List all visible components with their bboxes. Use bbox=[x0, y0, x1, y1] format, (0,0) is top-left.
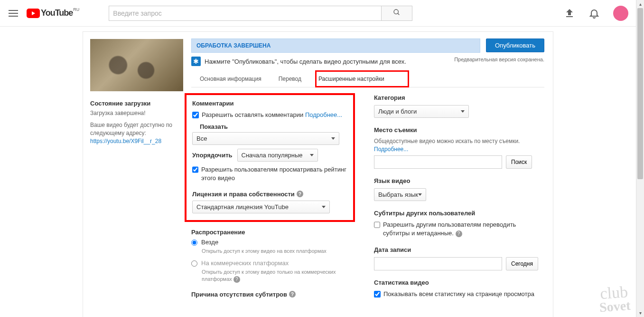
distribution-heading: Распространение bbox=[191, 229, 245, 236]
svg-line-1 bbox=[398, 13, 399, 15]
distribution-monetized-row[interactable]: На коммерческих платформах bbox=[191, 259, 355, 267]
search-button[interactable] bbox=[382, 6, 412, 21]
search-input[interactable] bbox=[109, 6, 382, 21]
video-url-label: Ваше видео будет доступно по следующему … bbox=[90, 121, 176, 137]
category-value: Люди и блоги bbox=[378, 108, 417, 115]
today-button[interactable]: Сегодня bbox=[506, 257, 538, 270]
video-url-link[interactable]: https://youtu.be/X9Fil__r_28 bbox=[90, 138, 161, 144]
community-subs-heading: Субтитры других пользователей bbox=[374, 210, 544, 217]
comments-section-highlight: Комментарии Разрешить оставлять коммента… bbox=[185, 93, 355, 222]
language-heading: Язык видео bbox=[374, 177, 544, 184]
upload-icon[interactable] bbox=[564, 8, 575, 19]
allow-comments-checkbox[interactable] bbox=[192, 112, 199, 118]
category-select[interactable]: Люди и блоги bbox=[374, 105, 469, 118]
tab-basic-info[interactable]: Основная информация bbox=[191, 71, 270, 87]
distribution-monetized-radio[interactable] bbox=[191, 260, 197, 267]
distribution-everywhere-label: Везде bbox=[201, 239, 218, 246]
bell-icon[interactable] bbox=[588, 8, 600, 19]
allow-rating-row[interactable]: Разрешить пользователям просматривать ре… bbox=[192, 165, 347, 183]
location-heading: Место съемки bbox=[374, 126, 544, 134]
info-badge-icon: ✱ bbox=[191, 57, 201, 66]
vertical-scrollbar[interactable]: ▴ ▾ bbox=[636, 0, 644, 317]
location-hint: Общедоступные видео можно искать по мест… bbox=[374, 138, 520, 144]
comments-heading: Комментарии bbox=[192, 100, 347, 107]
location-more-link[interactable]: Подробнее... bbox=[374, 146, 408, 153]
video-thumbnail[interactable] bbox=[90, 39, 183, 91]
category-heading: Категория bbox=[374, 94, 544, 101]
logo-text: YouTube bbox=[41, 8, 73, 18]
distribution-everywhere-desc: Открыть доступ к этому видео на всех пла… bbox=[202, 248, 355, 255]
help-icon[interactable]: ? bbox=[456, 231, 462, 237]
logo-region: RU bbox=[73, 7, 79, 12]
tab-advanced[interactable]: Расширенные настройки bbox=[310, 71, 393, 87]
menu-icon[interactable] bbox=[8, 8, 19, 19]
allow-comments-label: Разрешить оставлять комментарии bbox=[202, 111, 303, 118]
scroll-up-icon[interactable]: ▴ bbox=[636, 0, 644, 8]
language-select[interactable]: Выбрать язык bbox=[374, 188, 426, 201]
sort-label: Упорядочить bbox=[192, 152, 233, 159]
show-comments-value: Все bbox=[196, 135, 207, 142]
tab-translate[interactable]: Перевод bbox=[270, 71, 310, 87]
app-header: YouTube RU bbox=[0, 0, 636, 27]
play-icon bbox=[27, 9, 40, 18]
allow-rating-checkbox[interactable] bbox=[192, 166, 198, 173]
stats-row[interactable]: Показывать всем статистику на странице п… bbox=[374, 290, 544, 298]
show-label: Показать bbox=[200, 123, 347, 130]
magnifier-icon bbox=[393, 9, 401, 16]
help-icon[interactable]: ? bbox=[233, 276, 240, 283]
distribution-monetized-desc: Открыть доступ к этому видео только на к… bbox=[202, 269, 355, 283]
svg-point-0 bbox=[394, 10, 398, 14]
caret-down-icon bbox=[322, 206, 326, 208]
help-icon[interactable]: ? bbox=[297, 191, 303, 197]
upload-status-line: Загрузка завершена! bbox=[90, 110, 176, 116]
stats-heading: Статистика видео bbox=[374, 279, 544, 286]
distribution-everywhere-radio[interactable] bbox=[191, 240, 197, 246]
location-search-button[interactable]: Поиск bbox=[506, 155, 532, 169]
allow-comments-row[interactable]: Разрешить оставлять комментарии Подробне… bbox=[192, 111, 347, 119]
community-subs-row[interactable]: Разрешить другим пользователям переводит… bbox=[374, 221, 544, 238]
distribution-monetized-label: На коммерческих платформах bbox=[201, 259, 289, 267]
show-comments-select[interactable]: Все bbox=[192, 132, 339, 145]
community-subs-label: Разрешить другим пользователям переводит… bbox=[383, 221, 516, 237]
scrollbar-thumb[interactable] bbox=[637, 8, 643, 179]
language-value: Выбрать язык bbox=[378, 191, 418, 198]
youtube-logo[interactable]: YouTube RU bbox=[27, 8, 73, 18]
draft-saved-text: Предварительная версия сохранена. bbox=[454, 57, 544, 66]
license-select[interactable]: Стандартная лицензия YouTube bbox=[192, 201, 330, 213]
record-date-input[interactable] bbox=[374, 257, 502, 270]
stats-label: Показывать всем статистику на странице п… bbox=[383, 290, 534, 298]
caret-down-icon bbox=[331, 137, 335, 140]
publish-hint-text: Нажмите "Опубликовать", чтобы сделать ви… bbox=[205, 58, 406, 65]
processing-banner: ОБРАБОТКА ЗАВЕРШЕНА bbox=[191, 38, 480, 53]
comments-more-link[interactable]: Подробнее... bbox=[305, 111, 342, 118]
caret-down-icon bbox=[418, 193, 422, 196]
upload-sidebar: Состояние загрузки Загрузка завершена! В… bbox=[83, 32, 183, 317]
caret-down-icon bbox=[310, 154, 314, 156]
community-subs-checkbox[interactable] bbox=[374, 221, 380, 228]
sort-comments-select[interactable]: Сначала популярные bbox=[237, 149, 318, 162]
license-value: Стандартная лицензия YouTube bbox=[196, 203, 289, 211]
avatar[interactable] bbox=[613, 6, 628, 21]
allow-rating-label: Разрешить пользователям просматривать ре… bbox=[201, 165, 347, 183]
captions-reason-heading: Причина отсутствия субтитров bbox=[191, 291, 287, 298]
stats-checkbox[interactable] bbox=[374, 291, 381, 298]
help-icon[interactable]: ? bbox=[289, 291, 296, 298]
upload-status-heading: Состояние загрузки bbox=[90, 100, 176, 107]
location-input[interactable] bbox=[374, 155, 502, 169]
distribution-everywhere-row[interactable]: Везде bbox=[191, 239, 355, 246]
publish-button[interactable]: Опубликовать bbox=[486, 38, 544, 52]
record-date-heading: Дата записи bbox=[374, 246, 544, 253]
upload-card: Состояние загрузки Загрузка завершена! В… bbox=[83, 31, 553, 317]
caret-down-icon bbox=[461, 110, 465, 113]
sort-comments-value: Сначала популярные bbox=[242, 152, 303, 159]
license-heading: Лицензия и права собственности bbox=[192, 191, 295, 198]
scroll-down-icon[interactable]: ▾ bbox=[636, 309, 644, 317]
tabs-bar: Основная информация Перевод Расширенные … bbox=[191, 71, 544, 87]
